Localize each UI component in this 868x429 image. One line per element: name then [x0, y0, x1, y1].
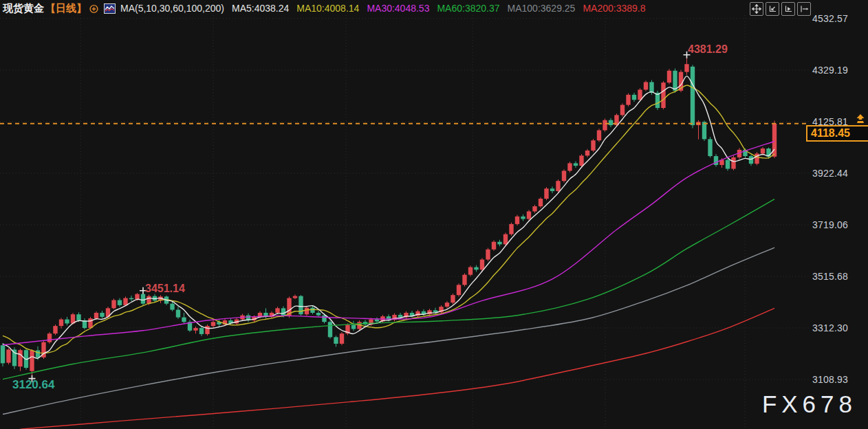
axis-price-label: 3515.68 [812, 271, 848, 282]
last-price-tag: 4118.45 [806, 125, 868, 142]
axis-price-label: 3312.30 [812, 322, 848, 333]
period-label[interactable]: 【日线】 [45, 2, 87, 15]
chart-toolbar [748, 2, 811, 16]
ma200-line [21, 308, 775, 429]
ma-legend-item: MA30:4048.53 [367, 3, 429, 14]
grid-layer [0, 15, 809, 429]
move-tool-icon[interactable] [750, 2, 763, 16]
ma-legend: MA5:4038.24MA10:4008.14MA30:4048.53MA60:… [224, 3, 645, 14]
ma-legend-item: MA60:3820.37 [437, 3, 499, 14]
axis-scale-play-icon[interactable] [781, 2, 795, 16]
axis-price-label: 3719.06 [812, 219, 848, 230]
ma-legend-item: MA5:4038.24 [232, 3, 289, 14]
candles-layer [1, 57, 777, 377]
symbol-title: 现货黄金 [3, 2, 44, 15]
axis-scale-left-icon[interactable] [766, 2, 779, 16]
scroll-to-price-icon[interactable] [856, 113, 865, 124]
ma-legend-item: MA10:4008.14 [296, 3, 359, 14]
axis-price-label: 4329.19 [812, 65, 848, 76]
add-indicator-icon[interactable] [89, 3, 99, 14]
ma60-line [3, 199, 774, 380]
annotation-period-high: 4381.29 [688, 43, 728, 56]
annotation-local-high: 3451.14 [145, 283, 185, 295]
chart-app: 现货黄金 【日线】 MA(5,10,30,60,100,200) MA5:403… [0, 0, 868, 429]
axis-price-label: 3922.44 [812, 168, 848, 179]
annotation-period-low: 3120.64 [12, 378, 54, 392]
chart-type-icon[interactable] [104, 3, 116, 14]
ma-legend-item: MA200:3389.8 [583, 3, 645, 14]
go-to-latest-icon[interactable] [797, 2, 811, 16]
ma-group-label: MA(5,10,30,60,100,200) [120, 3, 224, 14]
candlestick-chart[interactable] [0, 0, 868, 429]
watermark: FX678 [762, 390, 857, 418]
ma100-line [3, 248, 774, 414]
ma10-line [3, 85, 774, 353]
ma-legend-item: MA100:3629.25 [508, 3, 576, 14]
axis-price-label: 3108.93 [812, 374, 848, 385]
chart-header: 现货黄金 【日线】 MA(5,10,30,60,100,200) MA5:403… [0, 0, 868, 16]
